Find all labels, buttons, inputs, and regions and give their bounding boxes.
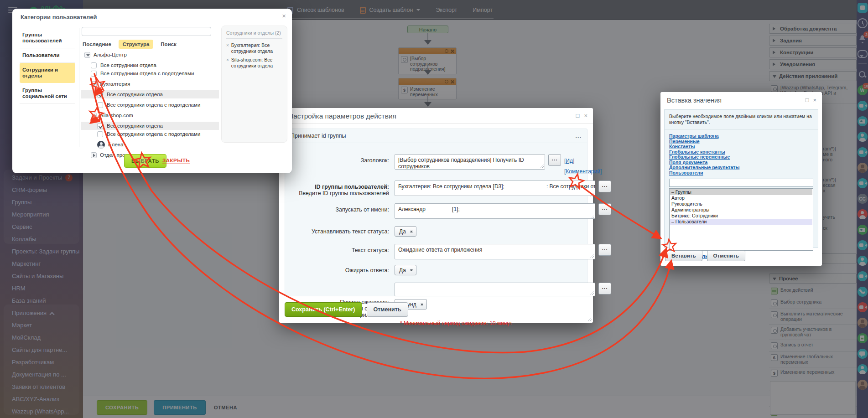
tree-caret-icon[interactable] [91, 152, 97, 158]
remove-icon[interactable]: × [226, 57, 229, 69]
categories-nav-item[interactable]: Группы пользователей [20, 28, 75, 48]
select-button[interactable]: ВЫБРАТЬ [124, 154, 166, 168]
tab[interactable]: Поиск [161, 41, 177, 47]
tree-row[interactable]: Бухгалтерия [81, 80, 219, 88]
period-value-textarea[interactable] [395, 283, 595, 296]
structure-tabs: ПоследниеСтруктураПоиск [83, 40, 177, 49]
wait-answer-select[interactable]: Да [395, 265, 416, 275]
user-avatar [97, 141, 105, 149]
tree-checkbox[interactable] [91, 62, 97, 68]
tree-caret-icon[interactable] [84, 52, 90, 58]
selected-chip-label: Sila-shop.com: Все сотрудники отдела [231, 57, 282, 68]
action-params-modal: Настройка параметров действия □ × Приним… [279, 108, 593, 323]
close-icon[interactable]: × [282, 12, 286, 20]
insert-category-link[interactable]: Дополнительные результаты [669, 165, 813, 170]
params-form-panel: Принимает id группы ... Заголовок: [Выбо… [285, 129, 587, 296]
listbox-item[interactable]: – Группы [670, 189, 812, 195]
categories-nav-item[interactable]: Сотрудники и отделы [20, 63, 75, 83]
status-text-ellipsis-button[interactable]: ... [598, 244, 611, 256]
tree-row-label: Все сотрудники отдела [107, 123, 163, 129]
tree-row[interactable]: Все сотрудники отдела с подотделами [81, 101, 219, 109]
tab[interactable]: Последние [83, 41, 111, 47]
categories-nav: Группы пользователей Пользователи Сотруд… [20, 28, 75, 104]
group-id-textarea[interactable]: Бухгалтерия: Все сотрудники отдела [D3];… [395, 181, 595, 196]
header-links: [Ид][Комментарий] [564, 154, 603, 175]
modal-title: Настройка параметров действия [288, 112, 396, 120]
insert-value-modal: Вставка значения □ × Выберите необходимо… [660, 92, 822, 266]
tree-row[interactable]: Sila-shop.com [81, 111, 219, 119]
insert-category-link[interactable]: Параметры шаблона [669, 134, 813, 139]
min-period-note: * Минимальный период ожидания: 10 минут [400, 320, 582, 326]
tree-row[interactable]: Альфа-Центр [81, 51, 219, 59]
department-tree: Альфа-Центр Все сотрудники отдела Все со… [81, 51, 219, 159]
cancel-button[interactable]: Отменить [367, 302, 408, 317]
redacted-gap [504, 188, 546, 188]
insert-filter-input[interactable] [669, 179, 813, 187]
insert-panel: Выберите необходимое поле двойным кликом… [664, 109, 818, 248]
tree-checkbox[interactable] [97, 123, 103, 129]
field-label: Запускать от имени: [285, 203, 395, 213]
listbox-item[interactable]: Администраторы [670, 207, 812, 213]
close-icon[interactable]: × [813, 97, 816, 103]
tree-checkbox[interactable] [97, 92, 103, 98]
tree-row-label: Все сотрудники отдела с подотделами [100, 71, 194, 76]
redacted-gap [426, 211, 452, 211]
tree-caret-icon[interactable] [91, 113, 97, 119]
vertical-divider [79, 28, 79, 147]
field-label [285, 283, 395, 286]
close-link[interactable]: ЗАКРЫТЬ [162, 158, 190, 164]
tab[interactable]: Структура [119, 40, 154, 49]
tree-row-label: Бухгалтерия [100, 81, 130, 87]
field-label: Ожидать ответа: [285, 265, 395, 274]
tree-row[interactable]: Все сотрудники отдела с подотделами [81, 69, 219, 77]
group-id-ellipsis-button[interactable]: ... [598, 181, 611, 192]
insert-button[interactable]: Вставить [665, 250, 702, 261]
field-link[interactable]: [Ид] [564, 158, 574, 164]
maximize-icon[interactable]: □ [806, 97, 809, 103]
tree-row-label: Все сотрудники отдела с подотделами [107, 131, 200, 137]
tree-row[interactable]: Все сотрудники отдела [81, 122, 219, 130]
more-menu-icon[interactable]: ... [576, 133, 582, 139]
listbox-item[interactable]: – Пользователи [670, 219, 812, 225]
close-icon[interactable]: × [584, 113, 587, 119]
cancel-button[interactable]: Отменить [707, 250, 745, 261]
listbox-item[interactable]: Руководитель [670, 201, 812, 207]
tree-row-label: Альфа-Центр [94, 52, 127, 57]
status-text-textarea[interactable]: Ожидание ответа от приложения [395, 244, 595, 259]
run-as-textarea[interactable]: Александр[1]; [395, 203, 595, 219]
tree-checkbox[interactable] [97, 102, 103, 108]
tree-row[interactable]: Все сотрудники отдела с подотделами [81, 130, 219, 138]
search-input[interactable] [82, 27, 211, 36]
header-ellipsis-button[interactable]: ... [548, 154, 561, 166]
tree-row[interactable]: Все сотрудники отдела [81, 61, 219, 69]
insert-listbox[interactable]: – ГруппыАвторРуководительАдминистраторыБ… [669, 188, 813, 251]
set-status-select[interactable]: Да [395, 226, 416, 237]
categories-nav-item[interactable]: Группы социальной сети [20, 83, 75, 104]
insert-category-links: Параметры шаблонаПеременныеКонстантыГлоб… [665, 129, 818, 178]
period-ellipsis-button[interactable]: ... [598, 283, 611, 294]
tree-row[interactable]: Елена [81, 140, 219, 149]
tree-checkbox[interactable] [97, 131, 103, 137]
insert-category-link[interactable]: Глобальные переменные [669, 155, 813, 160]
modal-title: Категории пользователей [21, 14, 97, 21]
instruction-text: Выберите необходимое поле двойным кликом… [665, 110, 818, 129]
selected-items-panel: Сотрудники и отделы (2) × Бухгалтерия: В… [221, 26, 287, 143]
tree-row[interactable]: Все сотрудники отдела [81, 90, 219, 98]
insert-category-link[interactable]: Пользователи [669, 170, 813, 176]
run-as-ellipsis-button[interactable]: ... [598, 203, 611, 215]
resize-handle[interactable] [587, 317, 592, 321]
tree-row-label: Sila-shop.com [100, 113, 133, 118]
insert-category-link[interactable]: Константы [669, 144, 813, 150]
field-label: ID группы пользователей: Введите ID груп… [285, 181, 395, 196]
field-link[interactable]: [Комментарий] [564, 168, 602, 175]
maximize-icon[interactable]: □ [576, 113, 580, 119]
categories-nav-item[interactable]: Пользователи [20, 48, 75, 63]
listbox-item[interactable]: Битрикс: Сотрудники [670, 213, 812, 219]
tree-checkbox[interactable] [91, 71, 97, 77]
header-textarea[interactable]: [Выбор сотрудников подразделения] Получи… [395, 154, 545, 170]
remove-icon[interactable]: × [226, 43, 229, 54]
field-label: Заголовок: [285, 154, 395, 164]
save-ctrl-enter-button[interactable]: Сохранить (Ctrl+Enter) [285, 302, 362, 317]
listbox-item[interactable]: Автор [670, 195, 812, 201]
tree-caret-icon[interactable] [91, 81, 97, 87]
